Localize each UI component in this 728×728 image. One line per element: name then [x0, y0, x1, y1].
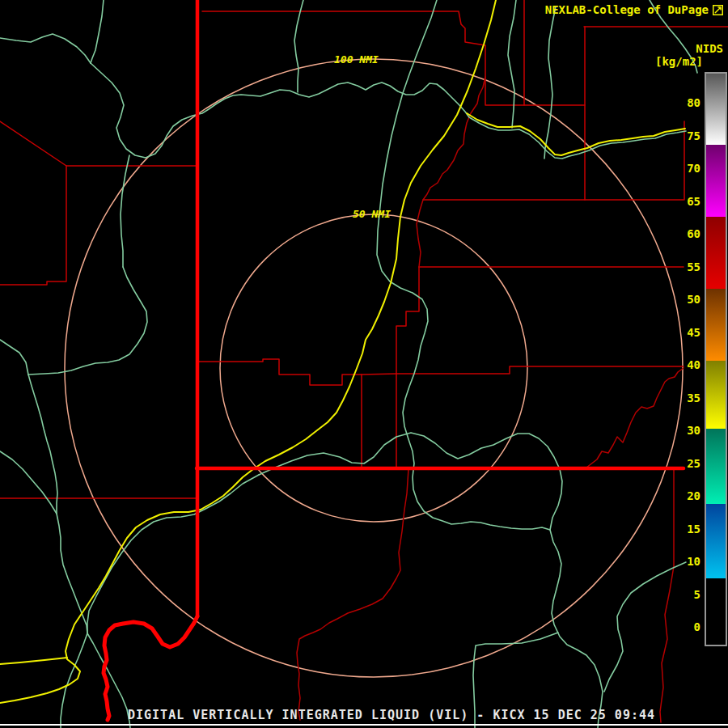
colorbar-tick-35: 35: [676, 392, 700, 404]
colorbar-tick-55: 55: [676, 260, 700, 273]
range-ring-100nmi-label: 100 NMI: [334, 53, 379, 66]
bottom-separator-line: [0, 724, 728, 726]
colorbar-tick-25: 25: [676, 457, 700, 470]
river-county-lines: [297, 77, 684, 722]
range-ring-50nmi: [220, 214, 527, 522]
colorbar-tick-10: 10: [676, 555, 700, 568]
state-border-colorado-river: [104, 616, 197, 720]
colorbar-tick-20: 20: [676, 489, 700, 502]
brand-link[interactable]: NEXLAB-College of DuPage: [545, 3, 709, 16]
colorbar-tick-5: 5: [676, 588, 700, 601]
colorbar-tick-65: 65: [676, 195, 700, 208]
colorbar-tick-80: 80: [676, 96, 700, 109]
state-borders: [104, 0, 684, 720]
radar-display: NEXLAB-College of DuPage NIDS [kg/m2] 10…: [0, 0, 728, 728]
rivers: [0, 0, 697, 728]
colorbar-tick-45: 45: [676, 326, 700, 339]
colorbar-gradient: [705, 72, 727, 646]
product-code-label: NIDS: [696, 42, 723, 55]
radar-map: [0, 0, 728, 728]
colorbar-tick-40: 40: [676, 358, 700, 371]
colorbar-tick-0: 0: [676, 620, 700, 633]
status-bar-text: DIGITAL VERTICALLY INTEGRATED LIQUID (VI…: [128, 708, 655, 722]
colorbar-tick-70: 70: [676, 162, 700, 175]
colorbar-tick-15: 15: [676, 523, 700, 535]
unit-label: [kg/m2]: [655, 55, 703, 68]
external-link-icon[interactable]: [713, 3, 723, 14]
colorbar-tick-75: 75: [676, 129, 700, 142]
county-lines: [0, 0, 728, 498]
colorbar-tick-30: 30: [676, 424, 700, 437]
colorbar-tick-60: 60: [676, 227, 700, 240]
colorbar-tick-50: 50: [676, 293, 700, 306]
range-ring-50nmi-label: 50 NMI: [353, 208, 391, 220]
